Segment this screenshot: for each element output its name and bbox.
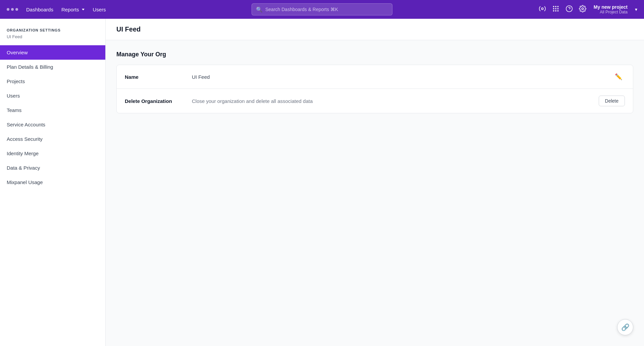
- link-icon: 🔗: [621, 323, 630, 331]
- search-bar[interactable]: 🔍: [252, 3, 392, 15]
- content-area: UI Feed Manage Your Org Name UI Feed ✏️ …: [106, 19, 644, 346]
- reports-dropdown-arrow: [82, 9, 85, 10]
- settings-icon[interactable]: [579, 5, 586, 14]
- sidebar-item-users[interactable]: Users: [0, 89, 105, 103]
- notifications-icon[interactable]: [539, 5, 546, 14]
- project-selector[interactable]: My new project All Project Data: [594, 4, 628, 14]
- svg-rect-6: [557, 8, 558, 9]
- settings-card: Name UI Feed ✏️ Delete Organization Clos…: [116, 65, 633, 113]
- main-layout: ORGANIZATION SETTINGS UI Feed Overview P…: [0, 19, 644, 346]
- delete-org-label: Delete Organization: [125, 98, 192, 104]
- sidebar-org-name: UI Feed: [0, 34, 105, 45]
- search-input[interactable]: [265, 7, 388, 12]
- sidebar-item-identity-merge[interactable]: Identity Merge: [0, 146, 105, 161]
- svg-rect-8: [555, 10, 556, 11]
- svg-point-12: [582, 8, 584, 10]
- sidebar-item-teams[interactable]: Teams: [0, 103, 105, 117]
- delete-org-row: Delete Organization Close your organizat…: [117, 89, 633, 113]
- nav-users[interactable]: Users: [93, 7, 106, 12]
- sidebar-item-plan-details[interactable]: Plan Details & Billing: [0, 60, 105, 74]
- content-header: UI Feed: [106, 19, 644, 40]
- section-title: Manage Your Org: [116, 51, 633, 58]
- dot-3: [15, 8, 18, 11]
- sidebar-item-mixpanel-usage[interactable]: Mixpanel Usage: [0, 175, 105, 189]
- svg-point-0: [541, 8, 543, 10]
- svg-rect-1: [553, 6, 554, 7]
- name-row: Name UI Feed ✏️: [117, 65, 633, 89]
- name-label: Name: [125, 74, 192, 80]
- top-navigation: Dashboards Reports Users 🔍: [0, 0, 644, 19]
- project-name: My new project: [594, 4, 628, 10]
- name-value: UI Feed: [192, 74, 612, 80]
- svg-rect-2: [555, 6, 556, 7]
- page-title: UI Feed: [116, 25, 633, 33]
- topnav-right: My new project All Project Data ▾: [539, 4, 637, 14]
- help-icon[interactable]: [566, 5, 573, 14]
- dot-2: [11, 8, 14, 11]
- sidebar-item-overview[interactable]: Overview: [0, 45, 105, 60]
- sidebar-item-projects[interactable]: Projects: [0, 74, 105, 89]
- fab-button[interactable]: 🔗: [617, 319, 633, 335]
- dot-1: [7, 8, 9, 11]
- delete-org-desc: Close your organization and delete all a…: [192, 98, 599, 104]
- svg-rect-3: [557, 6, 558, 7]
- app-logo-dots[interactable]: [7, 8, 18, 11]
- sidebar-section-label: ORGANIZATION SETTINGS: [0, 28, 105, 34]
- nav-reports[interactable]: Reports: [61, 7, 85, 12]
- search-icon: 🔍: [256, 6, 263, 13]
- sidebar-item-service-accounts[interactable]: Service Accounts: [0, 117, 105, 132]
- svg-rect-9: [557, 10, 558, 11]
- pencil-icon: ✏️: [615, 73, 622, 80]
- project-sub: All Project Data: [600, 10, 628, 14]
- nav-dashboards[interactable]: Dashboards: [26, 7, 53, 12]
- svg-rect-5: [555, 8, 556, 9]
- sidebar-item-data-privacy[interactable]: Data & Privacy: [0, 161, 105, 175]
- svg-rect-7: [553, 10, 554, 11]
- grid-icon[interactable]: [552, 5, 559, 14]
- edit-name-button[interactable]: ✏️: [612, 72, 625, 82]
- project-chevron-icon[interactable]: ▾: [635, 7, 637, 12]
- svg-rect-4: [553, 8, 554, 9]
- content-body: Manage Your Org Name UI Feed ✏️ Delete O…: [106, 40, 644, 124]
- sidebar: ORGANIZATION SETTINGS UI Feed Overview P…: [0, 19, 106, 346]
- sidebar-item-access-security[interactable]: Access Security: [0, 132, 105, 146]
- delete-org-button[interactable]: Delete: [599, 96, 625, 106]
